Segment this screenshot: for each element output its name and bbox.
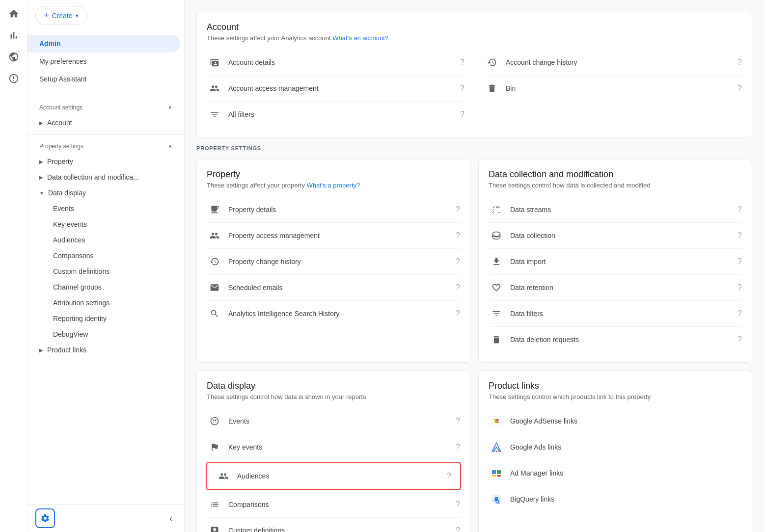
scheduled-emails-icon — [207, 280, 222, 295]
sidebar-sub-comparisons[interactable]: Comparisons — [27, 248, 184, 264]
account-history-item[interactable]: Account change history ? — [484, 50, 742, 76]
data-import-help-icon: ? — [737, 257, 742, 266]
display-comparisons-item[interactable]: Comparisons ? — [207, 492, 460, 518]
property-access-item[interactable]: Property access management ? — [207, 223, 460, 249]
sidebar-item-admin[interactable]: Admin — [27, 35, 180, 53]
sidebar-sub-custom-definitions[interactable]: Custom definitions — [27, 264, 184, 279]
bar-chart-icon — [8, 30, 19, 41]
account-card: Account These settings affect your Analy… — [196, 12, 752, 137]
scheduled-emails-help-icon: ? — [456, 283, 460, 292]
all-filters-icon — [207, 106, 222, 122]
account-whats-link[interactable]: What's an account? — [332, 34, 388, 42]
account-card-subtitle: These settings affect your Analytics acc… — [207, 34, 742, 42]
scheduled-emails-label: Scheduled emails — [228, 284, 456, 292]
display-key-events-item[interactable]: Key events ? — [207, 434, 460, 460]
property-settings-header[interactable]: Property settings ∧ — [27, 139, 184, 154]
scheduled-emails-item[interactable]: Scheduled emails ? — [207, 275, 460, 301]
sidebar-sub-key-events[interactable]: Key events — [27, 216, 184, 232]
adsense-links-item[interactable]: Google AdSense links — [489, 408, 742, 434]
account-settings-header[interactable]: Account settings ∧ — [27, 100, 184, 115]
bin-icon — [484, 80, 500, 96]
create-button[interactable]: + Create ▾ — [35, 6, 87, 25]
all-filters-item[interactable]: All filters ? — [207, 102, 464, 127]
admin-label: Admin — [39, 40, 61, 48]
reports-nav-icon[interactable] — [4, 26, 24, 45]
sidebar-sub-attribution[interactable]: Attribution settings — [27, 295, 184, 311]
property-history-item[interactable]: Property change history ? — [207, 249, 460, 275]
account-card-title: Account — [207, 22, 742, 32]
data-streams-help-icon: ? — [737, 205, 742, 214]
create-label: Create — [52, 12, 73, 20]
data-collection-card-title: Data collection and modification — [489, 169, 742, 180]
account-details-icon — [207, 54, 222, 70]
google-ads-links-item[interactable]: Google Ads links — [489, 434, 742, 460]
account-details-help-icon: ? — [460, 58, 464, 67]
collapse-sidebar-button[interactable]: ‹ — [165, 509, 176, 528]
svg-rect-5 — [492, 470, 496, 474]
settings-button[interactable] — [35, 508, 55, 528]
data-retention-label: Data retention — [510, 284, 737, 292]
data-import-item[interactable]: Data import ? — [489, 249, 742, 275]
explore-icon — [8, 52, 19, 62]
home-nav-icon[interactable] — [4, 4, 24, 24]
svg-line-11 — [499, 503, 500, 504]
data-retention-item[interactable]: Data retention ? — [489, 275, 742, 301]
ad-manager-links-item[interactable]: Ad Manager links — [489, 460, 742, 486]
display-custom-definitions-item[interactable]: Custom definitions ? — [207, 518, 460, 532]
advertising-nav-icon[interactable] — [4, 69, 24, 88]
bigquery-links-label: BigQuery links — [510, 495, 742, 503]
display-custom-definitions-label: Custom definitions — [228, 527, 456, 532]
sidebar-sub-channel-groups[interactable]: Channel groups — [27, 279, 184, 295]
display-comparisons-help-icon: ? — [456, 500, 460, 509]
sidebar-item-product-links[interactable]: ▶ Product links — [27, 342, 184, 358]
property-settings-chevron-icon: ∧ — [168, 143, 172, 150]
attribution-sub-label: Attribution settings — [53, 299, 109, 307]
data-filters-item[interactable]: Data filters ? — [489, 301, 742, 327]
sidebar-sub-events[interactable]: Events — [27, 201, 184, 216]
bigquery-links-item[interactable]: BigQuery links — [489, 486, 742, 512]
sidebar-item-data-collection[interactable]: ▶ Data collection and modifica... — [27, 169, 184, 185]
google-ads-icon — [489, 439, 504, 455]
sidebar-sub-audiences[interactable]: Audiences — [27, 232, 184, 248]
data-deletion-item[interactable]: Data deletion requests ? — [489, 327, 742, 352]
data-display-arrow-icon: ▼ — [39, 190, 44, 196]
sidebar-top: + Create ▾ — [27, 0, 184, 31]
property-whats-link[interactable]: What's a property? — [307, 182, 360, 189]
bigquery-icon — [489, 491, 504, 507]
display-audiences-icon — [216, 468, 231, 484]
property-details-icon — [207, 202, 222, 217]
data-deletion-help-icon: ? — [737, 335, 742, 344]
sidebar-sub-reporting-identity[interactable]: Reporting identity — [27, 311, 184, 326]
property-settings-section-label: PROPERTY SETTINGS — [196, 145, 752, 151]
explore-nav-icon[interactable] — [4, 47, 24, 67]
sidebar-item-preferences[interactable]: My preferences — [27, 53, 180, 70]
display-audiences-item[interactable]: Audiences ? — [206, 462, 461, 490]
analytics-intelligence-help-icon: ? — [456, 309, 460, 318]
data-collection-item[interactable]: Data collection ? — [489, 223, 742, 249]
data-collection-label: Data collection and modifica... — [47, 173, 139, 181]
bin-item[interactable]: Bin ? — [484, 76, 742, 101]
account-access-item[interactable]: Account access management ? — [207, 76, 464, 102]
display-events-icon — [207, 413, 222, 429]
analytics-intelligence-item[interactable]: Analytics Intelligence Search History ? — [207, 301, 460, 326]
account-history-help-icon: ? — [737, 58, 742, 67]
product-links-arrow-icon: ▶ — [39, 347, 43, 353]
data-display-card-subtitle: These settings control how data is shown… — [207, 393, 460, 400]
display-custom-definitions-icon — [207, 523, 222, 532]
sidebar-item-setup[interactable]: Setup Assistant — [27, 70, 180, 88]
adsense-links-label: Google AdSense links — [510, 417, 742, 425]
data-streams-item[interactable]: Data streams ? — [489, 197, 742, 223]
display-events-item[interactable]: Events ? — [207, 408, 460, 434]
preferences-label: My preferences — [39, 57, 86, 65]
account-details-item[interactable]: Account details ? — [207, 50, 464, 76]
main-content: Account These settings affect your Analy… — [185, 0, 764, 532]
sidebar-item-property[interactable]: ▶ Property — [27, 154, 184, 169]
display-comparisons-icon — [207, 497, 222, 512]
sidebar-sub-debugview[interactable]: DebugView — [27, 326, 184, 342]
property-details-item[interactable]: Property details ? — [207, 197, 460, 223]
sidebar-divider-2 — [27, 134, 184, 135]
bin-help-icon: ? — [737, 84, 742, 93]
display-events-label: Events — [228, 417, 456, 425]
sidebar-item-account[interactable]: ▶ Account — [27, 115, 184, 131]
sidebar-item-data-display[interactable]: ▼ Data display — [27, 185, 184, 201]
